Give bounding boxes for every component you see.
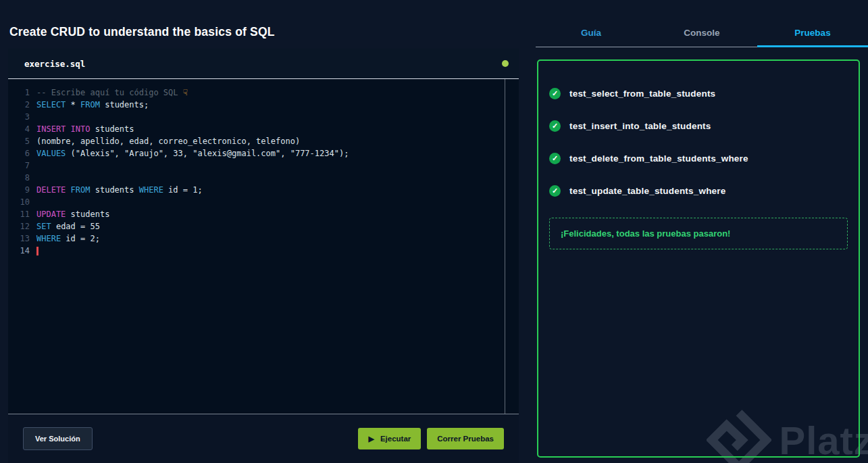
test-name: test_delete_from_table_students_where (569, 153, 748, 164)
line-content: (nombre, apellido, edad, correo_electron… (36, 135, 300, 147)
check-icon: ✓ (549, 88, 561, 99)
code-token: edad = 55 (51, 222, 100, 231)
line-number: 5 (8, 135, 30, 147)
code-token: FROM (71, 185, 91, 195)
code-token: ☟ (183, 88, 188, 97)
line-content: DELETE FROM students WHERE id = 1; (36, 184, 203, 196)
code-token: (nombre, apellido, edad, correo_electron… (36, 137, 300, 146)
tab-pruebas[interactable]: Pruebas (757, 0, 868, 47)
line-number: 13 (8, 233, 30, 245)
test-item: ✓test_delete_from_table_students_where (549, 153, 848, 164)
line-number: 4 (8, 123, 30, 135)
line-number: 8 (8, 172, 30, 184)
congrats-box: ¡Felicidades, todas las pruebas pasaron! (549, 218, 848, 249)
check-icon: ✓ (549, 120, 561, 132)
editor-panel: exercise.sql 1-- Escribe aquí tu código … (8, 49, 519, 463)
code-token: students (91, 185, 139, 195)
code-token: INSERT INTO (36, 124, 90, 134)
test-name: test_select_from_table_students (569, 89, 715, 99)
code-token: id = 2; (61, 234, 100, 243)
line-content: VALUES ("Alexis", "Araujo", 33, "alexis@… (36, 147, 349, 160)
tabs: Guía Console Pruebas (536, 0, 868, 47)
code-token: -- Escribe aquí tu código SQL (36, 88, 183, 97)
line-number: 3 (8, 111, 30, 123)
code-line[interactable]: 14 (8, 245, 519, 257)
code-token: students (90, 124, 134, 134)
code-line[interactable]: 8 (8, 172, 519, 184)
editor-header: exercise.sql (8, 49, 519, 79)
code-line[interactable]: 12SET edad = 55 (8, 220, 519, 233)
code-token: WHERE (36, 234, 61, 243)
code-token: id = 1; (163, 185, 203, 195)
line-number: 6 (8, 147, 30, 160)
test-item: ✓test_select_from_table_students (549, 88, 848, 99)
code-token: VALUES (36, 149, 66, 158)
code-line[interactable]: 11UPDATE students (8, 208, 519, 220)
code-line[interactable]: 6VALUES ("Alexis", "Araujo", 33, "alexis… (8, 147, 519, 160)
code-line[interactable]: 5(nombre, apellido, edad, correo_electro… (8, 135, 519, 147)
code-line[interactable]: 13WHERE id = 2; (8, 233, 519, 245)
code-token: UPDATE (36, 210, 66, 219)
tab-guia[interactable]: Guía (536, 0, 646, 47)
code-token: ("Alexis", "Araujo", 33, "alexis@gmail.c… (66, 149, 349, 158)
line-content: UPDATE students (36, 208, 109, 220)
code-line[interactable]: 2SELECT * FROM students; (8, 99, 519, 111)
line-number: 11 (8, 208, 30, 220)
editor-footer: Ver Solución ▶ Ejecutar Correr Pruebas (8, 414, 519, 463)
code-line[interactable]: 7 (8, 160, 519, 172)
tests-panel: ✓test_select_from_table_students✓test_in… (537, 59, 860, 458)
line-content (36, 245, 39, 257)
code-lines: 1-- Escribe aquí tu código SQL ☟2SELECT … (8, 87, 519, 257)
line-content: SET edad = 55 (36, 220, 100, 233)
code-token: SELECT (36, 100, 66, 109)
test-item: ✓test_update_table_students_where (549, 185, 848, 197)
code-line[interactable]: 9DELETE FROM students WHERE id = 1; (8, 184, 519, 196)
tab-console[interactable]: Console (646, 0, 757, 47)
run-button[interactable]: ▶ Ejecutar (358, 428, 421, 449)
code-line[interactable]: 3 (8, 111, 519, 123)
view-solution-button[interactable]: Ver Solución (23, 427, 93, 450)
test-name: test_update_table_students_where (569, 186, 725, 196)
code-token (66, 185, 70, 195)
run-tests-button[interactable]: Correr Pruebas (427, 428, 504, 449)
code-line[interactable]: 4INSERT INTO students (8, 123, 519, 135)
check-icon: ✓ (549, 185, 561, 197)
code-token: DELETE (36, 185, 66, 195)
code-token: SET (36, 222, 51, 231)
editor-filename: exercise.sql (24, 59, 85, 69)
congrats-text: ¡Felicidades, todas las pruebas pasaron! (561, 228, 730, 239)
line-number: 7 (8, 160, 30, 172)
line-content: WHERE id = 2; (36, 233, 100, 245)
code-token: * (66, 100, 80, 109)
code-token: WHERE (139, 185, 163, 195)
right-panel: Guía Console Pruebas Platzi ✓test_select… (536, 0, 868, 463)
text-cursor (36, 247, 39, 255)
check-icon: ✓ (549, 153, 561, 164)
line-content: -- Escribe aquí tu código SQL ☟ (36, 87, 188, 99)
code-line[interactable]: 10 (8, 196, 519, 208)
vertical-scrollbar[interactable] (505, 79, 505, 414)
test-name: test_insert_into_table_students (569, 121, 711, 131)
page-title: Create CRUD to understand the basics of … (9, 25, 275, 39)
line-number: 1 (8, 87, 30, 99)
code-token: students (66, 210, 109, 219)
line-number: 14 (8, 245, 30, 257)
line-content: INSERT INTO students (36, 123, 134, 135)
run-button-label: Ejecutar (380, 435, 411, 443)
test-list: ✓test_select_from_table_students✓test_in… (549, 88, 848, 197)
line-number: 2 (8, 99, 30, 111)
test-item: ✓test_insert_into_table_students (549, 120, 848, 132)
code-token: students; (100, 100, 149, 109)
code-line[interactable]: 1-- Escribe aquí tu código SQL ☟ (8, 87, 519, 99)
play-icon: ▶ (368, 435, 374, 443)
line-number: 9 (8, 184, 30, 196)
line-number: 10 (8, 196, 30, 208)
line-content: SELECT * FROM students; (36, 99, 149, 111)
code-editor[interactable]: 1-- Escribe aquí tu código SQL ☟2SELECT … (8, 79, 519, 414)
code-token: FROM (80, 100, 100, 109)
line-number: 12 (8, 220, 30, 233)
status-dot-icon (502, 60, 509, 67)
